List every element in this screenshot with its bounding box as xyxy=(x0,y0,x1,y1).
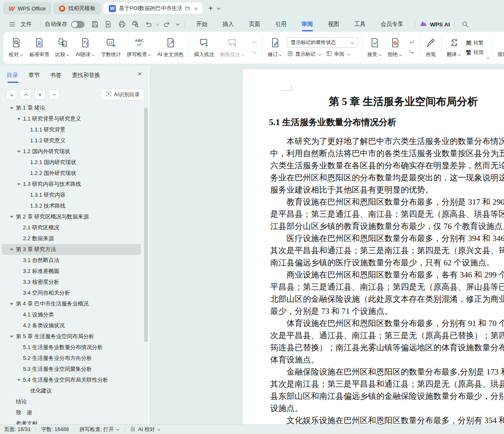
standard-review-button[interactable]: 标准审查 xyxy=(26,35,52,60)
menu-tab-引用[interactable]: 引用 xyxy=(268,17,294,32)
sidebar-tab-章节[interactable]: 章节 xyxy=(28,72,40,83)
collapse-triangle-icon[interactable] xyxy=(17,183,20,185)
ai-read-aloud-button[interactable]: AI朗读 xyxy=(73,35,98,60)
print-icon[interactable] xyxy=(115,20,129,28)
menu-tab-会员专享[interactable]: 会员专享 xyxy=(373,17,411,32)
window-tab[interactable]: WWPS Office xyxy=(3,3,51,14)
toc-item[interactable]: 结论 xyxy=(2,396,141,407)
nav-down-button[interactable] xyxy=(6,90,17,100)
undo-icon[interactable] xyxy=(142,20,156,28)
toc-item[interactable]: 5.1 生活服务业数量分布情况分析 xyxy=(2,342,141,353)
toc-item[interactable]: 1.2 国内外研究现状 xyxy=(2,146,141,157)
restrict-editing-button[interactable]: 限制编辑 xyxy=(495,35,504,60)
collapse-all-button[interactable]: − xyxy=(49,90,60,100)
collapse-triangle-icon[interactable] xyxy=(17,118,20,120)
track-changes-button[interactable]: 修订 xyxy=(265,35,285,60)
toc-item[interactable]: 1.1 研究背景与研究意义 xyxy=(2,113,141,124)
redo-icon[interactable] xyxy=(160,20,173,28)
tab-list-chevron-icon[interactable] xyxy=(217,6,220,10)
toc-item[interactable]: 第 2 章 研究区概况与数据来源 xyxy=(2,211,141,222)
menu-tab-视图[interactable]: 视图 xyxy=(320,17,347,32)
toc-item[interactable]: 3.1 自然断点法 xyxy=(2,255,141,266)
new-tab-button[interactable]: + xyxy=(205,4,217,13)
collapse-triangle-icon[interactable] xyxy=(10,107,13,109)
collapse-triangle-icon[interactable] xyxy=(17,379,20,381)
menu-tab-页面[interactable]: 页面 xyxy=(241,17,268,32)
page-indicator[interactable]: 页面: 18/31 xyxy=(4,426,31,433)
toc-item[interactable]: 第 1 章 绪论 xyxy=(2,103,141,113)
window-tab[interactable]: W基于POI数据的巴中市生活服× xyxy=(103,3,202,14)
close-tab-icon[interactable]: × xyxy=(193,5,199,12)
word-count-button[interactable]: 12字数统计 xyxy=(98,35,124,60)
autosave-toggle[interactable] xyxy=(71,21,84,28)
document-canvas[interactable]: 第 5 章 生活服务业空间布局分析 5.1 生活服务业数量分布情况分析 本研究为… xyxy=(150,66,504,424)
sidebar-scrollbar[interactable] xyxy=(144,108,148,342)
traditional-to-simplified-button[interactable]: 繁转简 xyxy=(466,49,484,56)
window-tab[interactable]: 找稻壳模板 xyxy=(54,3,101,14)
collapse-triangle-icon[interactable] xyxy=(10,303,13,305)
save-icon[interactable] xyxy=(89,20,102,28)
delete-comment-button[interactable]: 删除批注 xyxy=(217,35,248,60)
undo-chevron-icon[interactable] xyxy=(156,22,159,26)
toc-item[interactable]: 1.2.1 国内研究现状 xyxy=(2,157,141,168)
review-pane-button[interactable]: 审阅 xyxy=(326,50,350,58)
insert-comment-button[interactable]: 插入批注 xyxy=(191,35,217,60)
print-preview-icon[interactable] xyxy=(129,20,142,28)
toc-item[interactable]: 3.2 标准差椭圆 xyxy=(2,266,141,277)
reject-changes-button[interactable]: 拒绝 xyxy=(385,35,405,60)
save-as-icon[interactable] xyxy=(102,20,115,28)
compare-button[interactable]: 比较 xyxy=(52,35,73,60)
ai-polish-button[interactable]: AI 全文润色 xyxy=(154,35,187,60)
toc-item[interactable]: 1.3 研究内容与技术路线 xyxy=(2,179,141,190)
toc-item[interactable]: 第 4 章 巴中市生活服务业概况 xyxy=(2,298,141,309)
collapse-triangle-icon[interactable] xyxy=(10,336,13,338)
toc-item[interactable]: 参考文献 xyxy=(2,418,141,424)
spellcheck-status[interactable]: 拼写检查: 打开 xyxy=(79,426,120,433)
toc-item[interactable]: 1.1.1 研究背景 xyxy=(2,124,141,135)
previous-change-button[interactable] xyxy=(407,39,417,47)
toc-item[interactable]: 第 3 章 研究方法 xyxy=(2,244,141,255)
toc-item[interactable]: 3.4 空间自相关分析 xyxy=(2,288,141,298)
spell-check-button[interactable]: ABC拼写检查 xyxy=(124,35,154,60)
toc-item[interactable]: 致 谢 xyxy=(2,407,141,418)
search-icon[interactable] xyxy=(459,21,471,28)
toc-item[interactable]: 1.1.2 研究意义 xyxy=(2,135,141,146)
toc-item[interactable]: 1.3.2 技术路线 xyxy=(2,200,141,211)
wps-ai-button[interactable]: WPS AI xyxy=(420,20,450,29)
menu-tab-开始[interactable]: 开始 xyxy=(189,17,215,32)
toc-item[interactable]: 2.2 数据来源 xyxy=(2,233,141,244)
collapse-triangle-icon[interactable] xyxy=(17,151,20,153)
toc-item[interactable]: 2.1 研究区概况 xyxy=(2,222,141,233)
next-comment-button[interactable] xyxy=(249,49,259,57)
show-markup-button[interactable]: 显示标记 xyxy=(287,50,322,58)
toc-item[interactable]: 1.2.2 国外研究现状 xyxy=(2,168,141,179)
toc-item[interactable]: 5.4 生活服务业空间布局关联性分析 xyxy=(2,375,141,385)
collapse-triangle-icon[interactable] xyxy=(10,216,13,218)
toc-item[interactable]: 5.3 生活服务业空间聚集分析 xyxy=(2,364,141,375)
ink-pen-button[interactable]: 画笔 xyxy=(422,35,439,60)
collapse-triangle-icon[interactable] xyxy=(10,249,13,251)
ai-proofread-status[interactable]: AI 校对 xyxy=(130,426,161,433)
expand-all-button[interactable]: + xyxy=(34,90,46,100)
toc-item[interactable]: 4.2 各类设施状况 xyxy=(2,320,141,331)
sidebar-tab-查找和替换[interactable]: 查找和替换 xyxy=(72,72,100,83)
popout-window-icon[interactable] xyxy=(184,5,190,11)
toc-item[interactable]: 优化建议 xyxy=(2,385,141,396)
proofread-button[interactable]: 校对 xyxy=(6,35,26,60)
toc-item[interactable]: 第 5 章 生活服务业空间布局分析 xyxy=(2,331,141,342)
accept-changes-button[interactable]: 接受 xyxy=(364,35,385,60)
previous-comment-button[interactable] xyxy=(249,39,259,47)
sidebar-close-icon[interactable]: × xyxy=(138,70,142,78)
document-page[interactable]: 第 5 章 生活服务业空间布局分析 5.1 生活服务业数量分布情况分析 本研究为… xyxy=(243,69,504,424)
sidebar-tab-目录[interactable]: 目录 xyxy=(7,72,18,83)
translate-button[interactable]: 文A翻译 xyxy=(444,35,464,60)
more-commands-chevron-icon[interactable] xyxy=(176,22,179,26)
menu-tab-插入[interactable]: 插入 xyxy=(215,17,241,32)
menu-tab-工具[interactable]: 工具 xyxy=(347,17,373,32)
toc-item[interactable]: 4.1 设施分类 xyxy=(2,309,141,320)
file-menu[interactable]: 文件 xyxy=(6,21,32,28)
toc-item[interactable]: 1.3.1 研究内容 xyxy=(2,190,141,200)
toc-item[interactable]: 5.2 生活服务业分布方向分析 xyxy=(2,353,141,364)
toc-item[interactable]: 3.3 核密度分析 xyxy=(2,277,141,288)
sidebar-tab-书签[interactable]: 书签 xyxy=(50,72,61,83)
